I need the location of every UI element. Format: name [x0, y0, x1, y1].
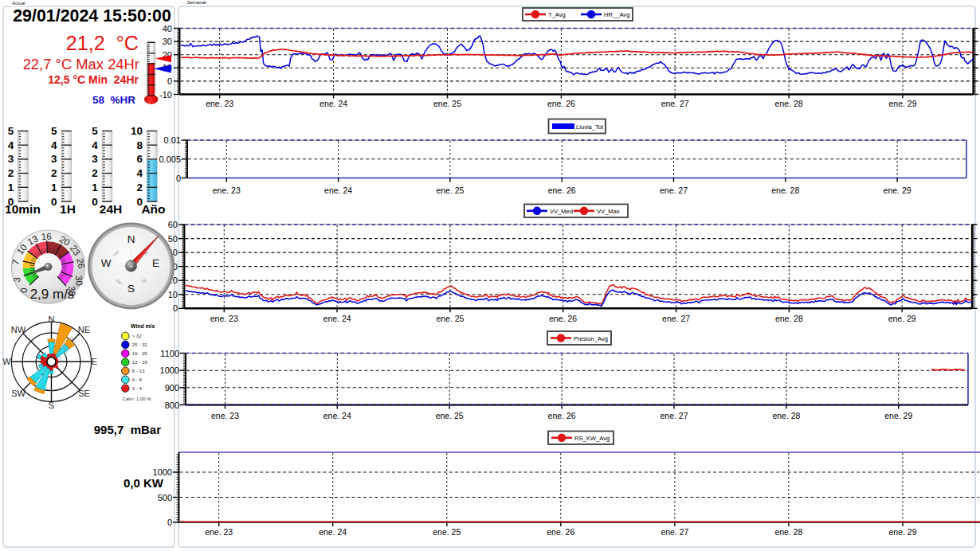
svg-text:Calm: 1.00 %: Calm: 1.00 %	[123, 397, 152, 401]
svg-text:10: 10	[168, 290, 178, 299]
svg-text:ene. 27: ene. 27	[661, 99, 689, 108]
svg-text:ene. 24: ene. 24	[319, 99, 347, 108]
svg-text:ene. 24: ene. 24	[319, 527, 347, 537]
svg-text:> 32: > 32	[132, 333, 143, 338]
svg-text:ene. 27: ene. 27	[661, 527, 688, 537]
svg-text:ene. 28: ene. 28	[775, 99, 803, 108]
svg-text:E: E	[152, 257, 159, 269]
svg-text:0: 0	[167, 76, 172, 86]
svg-text:8 - 13: 8 - 13	[132, 368, 145, 373]
svg-text:ene. 29: ene. 29	[884, 186, 911, 195]
svg-text:60: 60	[168, 220, 178, 229]
svg-text:2: 2	[51, 167, 57, 179]
svg-text:ene. 25: ene. 25	[436, 314, 464, 323]
svg-text:SW: SW	[11, 389, 25, 398]
svg-text:ene. 25: ene. 25	[436, 411, 464, 420]
svg-text:1100: 1100	[160, 349, 179, 358]
svg-text:ene. 27: ene. 27	[660, 411, 688, 420]
svg-text:0: 0	[92, 196, 98, 208]
svg-text:ene. 25: ene. 25	[433, 99, 461, 108]
svg-text:N: N	[49, 315, 55, 324]
svg-text:21,2 °C: 21,2 °C	[66, 32, 139, 54]
svg-text:ene. 27: ene. 27	[662, 314, 690, 323]
svg-text:Lluvia_Tot: Lluvia_Tot	[576, 123, 604, 131]
svg-text:S: S	[127, 283, 135, 295]
svg-text:ene. 26: ene. 26	[548, 186, 576, 195]
svg-text:4: 4	[8, 139, 14, 151]
svg-text:W: W	[2, 357, 11, 366]
svg-text:29/01/2024 15:50:00: 29/01/2024 15:50:00	[13, 6, 171, 25]
svg-text:2,9 m/s: 2,9 m/s	[30, 287, 75, 302]
svg-text:10: 10	[139, 72, 145, 77]
svg-text:Wind m/s: Wind m/s	[131, 323, 155, 329]
svg-text:ene. 23: ene. 23	[211, 411, 239, 420]
svg-text:13 - 19: 13 - 19	[132, 359, 148, 365]
svg-text:0,0 KW: 0,0 KW	[123, 476, 164, 490]
svg-text:NW: NW	[11, 325, 26, 334]
svg-text:0: 0	[142, 82, 145, 88]
svg-text:N: N	[127, 233, 135, 245]
svg-text:ene. 26: ene. 26	[547, 99, 575, 108]
svg-text:ene. 28: ene. 28	[775, 314, 803, 323]
svg-text:30: 30	[74, 276, 84, 287]
svg-text:Año: Año	[141, 202, 165, 216]
svg-text:Presion_Avg: Presion_Avg	[574, 335, 608, 342]
svg-text:2: 2	[92, 167, 98, 179]
svg-text:ene. 28: ene. 28	[774, 527, 802, 537]
svg-text:58 %HR: 58 %HR	[92, 94, 135, 106]
svg-text:S: S	[49, 401, 54, 410]
svg-text:26: 26	[75, 257, 86, 269]
svg-text:ene. 26: ene. 26	[549, 314, 577, 323]
svg-text:ene. 28: ene. 28	[772, 411, 800, 420]
svg-text:1: 1	[51, 182, 57, 193]
svg-text:1000: 1000	[160, 365, 179, 375]
svg-text:12,5 °C Min 24Hr: 12,5 °C Min 24Hr	[48, 73, 139, 86]
svg-text:3: 3	[8, 153, 14, 165]
svg-text:VV_Med: VV_Med	[550, 208, 573, 215]
svg-text:SE: SE	[78, 389, 90, 398]
svg-text:3: 3	[92, 153, 98, 165]
svg-text:ene. 27: ene. 27	[660, 186, 688, 195]
svg-text:ene. 28: ene. 28	[771, 186, 799, 195]
svg-text:2: 2	[136, 182, 143, 193]
svg-text:900: 900	[165, 383, 179, 393]
svg-text:ene. 29: ene. 29	[888, 99, 916, 108]
svg-text:3: 3	[12, 277, 22, 283]
svg-text:ene. 23: ene. 23	[206, 99, 233, 108]
svg-text:2: 2	[8, 167, 14, 179]
svg-text:ene. 29: ene. 29	[888, 314, 916, 323]
svg-text:4: 4	[136, 167, 143, 179]
svg-text:ene. 24: ene. 24	[324, 186, 352, 195]
svg-text:RS_KW_Avg: RS_KW_Avg	[574, 435, 610, 442]
svg-text:W: W	[101, 257, 112, 269]
svg-text:0: 0	[19, 287, 29, 293]
svg-text:VV_Max: VV_Max	[597, 208, 620, 215]
svg-text:5: 5	[8, 125, 14, 137]
svg-text:0.01: 0.01	[164, 135, 181, 145]
svg-text:10min: 10min	[5, 202, 41, 216]
svg-text:ene. 23: ene. 23	[213, 186, 241, 195]
svg-text:4: 4	[51, 139, 57, 151]
svg-text:50: 50	[168, 234, 178, 244]
svg-text:ene. 23: ene. 23	[210, 314, 238, 323]
svg-text:0: 0	[167, 518, 172, 527]
svg-text:1 - 4: 1 - 4	[132, 385, 143, 391]
svg-text:5: 5	[51, 125, 57, 137]
svg-text:-10: -10	[159, 90, 172, 100]
svg-text:ene. 26: ene. 26	[547, 527, 574, 537]
svg-text:24H: 24H	[100, 202, 122, 216]
svg-text:16: 16	[41, 232, 52, 242]
svg-text:20: 20	[139, 61, 145, 67]
svg-text:0.005: 0.005	[159, 154, 181, 164]
svg-text:1: 1	[8, 182, 14, 193]
svg-text:800: 800	[165, 401, 179, 410]
svg-text:ene. 29: ene. 29	[888, 527, 916, 537]
svg-text:3: 3	[51, 153, 57, 165]
svg-text:8: 8	[136, 139, 143, 151]
svg-text:4: 4	[92, 139, 98, 151]
svg-text:30: 30	[139, 50, 145, 56]
svg-text:E: E	[92, 357, 97, 366]
svg-text:HR__Avg: HR__Avg	[604, 11, 629, 18]
svg-text:40: 40	[139, 40, 145, 45]
svg-text:0: 0	[51, 196, 57, 208]
